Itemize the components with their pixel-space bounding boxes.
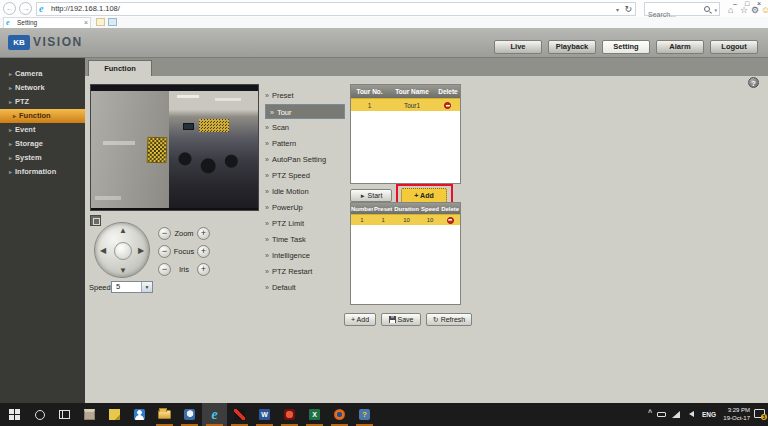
delete-icon[interactable]: [447, 217, 454, 224]
ptz-menu-item-powerup[interactable]: »PowerUp: [265, 200, 345, 215]
refresh-button[interactable]: ↻ Refresh: [426, 313, 472, 326]
sidebar-item-event[interactable]: ▸Event: [0, 123, 85, 137]
ptz-menu-item-scan[interactable]: »Scan: [265, 120, 345, 135]
help-icon[interactable]: ?: [748, 77, 759, 88]
new-tab-button[interactable]: [96, 18, 105, 26]
ptz-menu-item-time-task[interactable]: »Time Task: [265, 232, 345, 247]
search-circle-icon: [35, 410, 45, 420]
tray-chevron-up-icon[interactable]: ^: [648, 409, 652, 416]
forward-button[interactable]: →: [19, 2, 32, 15]
add-preset-button[interactable]: + Add: [344, 313, 376, 326]
tour-table-row[interactable]: 1 Tour1: [351, 98, 460, 111]
iris-plus-button[interactable]: +: [197, 263, 210, 276]
word-button[interactable]: W: [252, 403, 277, 426]
nav-alarm-button[interactable]: Alarm: [656, 40, 704, 54]
nav-logout-button[interactable]: Logout: [710, 40, 758, 54]
sidebar-item-function[interactable]: ▸Function: [0, 109, 85, 123]
firefox-button[interactable]: [327, 403, 352, 426]
window-close-button[interactable]: ×: [757, 0, 761, 8]
preset-table-row[interactable]: 1 1 10 10: [351, 214, 460, 225]
ptz-menu-item-tour[interactable]: »Tour: [265, 104, 345, 119]
zoom-label: Zoom: [173, 227, 195, 240]
ptz-menu-item-ptz-speed[interactable]: »PTZ Speed: [265, 168, 345, 183]
network-icon[interactable]: [672, 411, 680, 418]
start-button[interactable]: [2, 403, 27, 426]
messaging-app-button[interactable]: [177, 403, 202, 426]
sidebar-item-camera[interactable]: ▸Camera: [0, 67, 85, 81]
refresh-page-icon[interactable]: ↻: [624, 3, 632, 15]
excel-button[interactable]: X: [302, 403, 327, 426]
sidebar-label: Storage: [15, 139, 43, 148]
browser-chrome: ← → e http://192.168.1.108/ ▾ ↻ ▾ ⌂ ☆ ⚙ …: [0, 0, 768, 28]
zoom-minus-button[interactable]: −: [158, 227, 171, 240]
focus-minus-button[interactable]: −: [158, 245, 171, 258]
add-tour-button[interactable]: + Add: [401, 188, 447, 203]
sidebar-item-network[interactable]: ▸Network: [0, 81, 85, 95]
box-app-button[interactable]: [77, 403, 102, 426]
smiley-feedback-icon[interactable]: ☺: [761, 5, 768, 15]
sticky-notes-button[interactable]: [102, 403, 127, 426]
search-icon[interactable]: [704, 6, 710, 12]
file-explorer-button[interactable]: [152, 403, 177, 426]
search-dropdown-icon[interactable]: ▾: [714, 7, 717, 13]
task-view-button[interactable]: [52, 403, 77, 426]
battery-icon[interactable]: [657, 412, 666, 417]
nav-label: Playback: [556, 42, 589, 51]
ptz-menu-item-preset[interactable]: »Preset: [265, 88, 345, 103]
save-button[interactable]: Save: [381, 313, 421, 326]
chevron-down-icon[interactable]: ▼: [141, 282, 152, 292]
internet-explorer-button[interactable]: e: [202, 403, 227, 426]
nav-live-button[interactable]: Live: [494, 40, 542, 54]
zoom-plus-button[interactable]: +: [197, 227, 210, 240]
tab-close-icon[interactable]: ×: [84, 18, 88, 28]
focus-plus-button[interactable]: +: [197, 245, 210, 258]
people-app-button[interactable]: [127, 403, 152, 426]
ptz-menu-item-ptz-limit[interactable]: »PTZ Limit: [265, 216, 345, 231]
help-app-button[interactable]: ?: [352, 403, 377, 426]
tab-function[interactable]: Function: [88, 60, 152, 76]
nav-label: Setting: [613, 42, 638, 51]
tab-preview-icon[interactable]: [108, 18, 117, 26]
ptz-menu-item-idle-motion[interactable]: »Idle Motion: [265, 184, 345, 199]
pad-right-icon[interactable]: ▶: [138, 247, 144, 255]
ptz-menu-item-default[interactable]: »Default: [265, 280, 345, 295]
ptz-menu-item-pattern[interactable]: »Pattern: [265, 136, 345, 151]
chevron-right-icon: ▸: [9, 141, 12, 147]
ptz-menu-item-autopan[interactable]: »AutoPan Setting: [265, 152, 345, 167]
window-minimize-button[interactable]: –: [733, 0, 737, 8]
pad-up-icon[interactable]: ▲: [119, 227, 127, 235]
pad-left-icon[interactable]: ◀: [100, 247, 106, 255]
nav-setting-button[interactable]: Setting: [602, 40, 650, 54]
sidebar-item-information[interactable]: ▸Information: [0, 165, 85, 179]
tour-preset-table: Number Preset Duration Speed Delete 1 1 …: [350, 202, 461, 305]
pad-down-icon[interactable]: ▼: [119, 267, 127, 275]
fullscreen-icon[interactable]: [90, 215, 101, 226]
volume-icon[interactable]: [686, 411, 694, 417]
sidebar-item-ptz[interactable]: ▸PTZ: [0, 95, 85, 109]
url-dropdown-icon[interactable]: ▾: [616, 4, 619, 16]
iris-minus-button[interactable]: −: [158, 263, 171, 276]
red-app-button[interactable]: [227, 403, 252, 426]
cortana-search-button[interactable]: [27, 403, 52, 426]
start-tour-button[interactable]: ►Start: [350, 189, 392, 202]
nav-playback-button[interactable]: Playback: [548, 40, 596, 54]
back-button[interactable]: ←: [3, 2, 16, 15]
language-indicator[interactable]: ENG: [702, 411, 716, 418]
sidebar-label: Event: [15, 125, 35, 134]
sidebar-item-storage[interactable]: ▸Storage: [0, 137, 85, 151]
browser-tab-setting[interactable]: e Setting ×: [3, 17, 91, 28]
address-bar[interactable]: e http://192.168.1.108/ ▾ ↻: [36, 2, 636, 16]
chevron-right-icon: ▸: [9, 127, 12, 133]
ptz-menu-item-intelligence[interactable]: »Intelligence: [265, 248, 345, 263]
ptz-menu-item-ptz-restart[interactable]: »PTZ Restart: [265, 264, 345, 279]
window-maximize-button[interactable]: □: [745, 0, 749, 8]
pad-center-button[interactable]: [114, 242, 132, 260]
browser-search-box[interactable]: ▾: [644, 2, 720, 16]
speed-select[interactable]: 5 ▼: [111, 281, 153, 293]
ptz-direction-pad[interactable]: ▲ ▼ ◀ ▶: [94, 222, 150, 278]
sidebar-item-system[interactable]: ▸System: [0, 151, 85, 165]
delete-icon[interactable]: [444, 102, 451, 109]
taskbar-clock[interactable]: 3:29 PM 19-Oct-17: [716, 407, 750, 422]
media-app-button[interactable]: [277, 403, 302, 426]
play-icon: ►: [360, 193, 366, 199]
